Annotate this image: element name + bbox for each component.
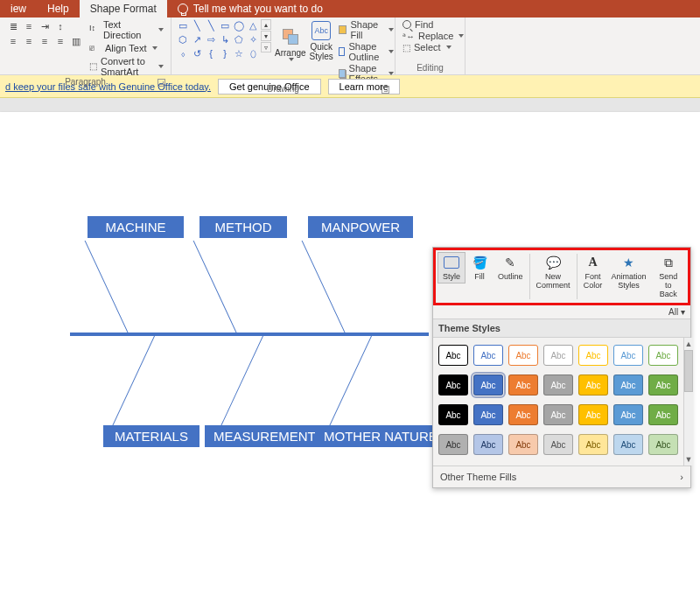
theme-style-swatch[interactable]: Abc [648,374,678,396]
fill-icon: 🪣 [470,255,489,270]
linespacing-button[interactable]: ↕ [52,19,68,33]
theme-style-swatch[interactable]: Abc [438,404,468,425]
theme-style-swatch[interactable]: Abc [438,374,468,396]
text-direction-button[interactable]: Text Direction [88,19,165,40]
theme-style-swatch[interactable]: Abc [473,374,503,396]
fishbone-branch[interactable] [193,241,237,333]
theme-style-swatch[interactable]: Abc [578,374,608,396]
theme-style-swatch[interactable]: Abc [438,345,468,366]
tab-view[interactable]: iew [0,0,37,18]
fishbone-spine[interactable] [70,332,429,336]
fishbone-branch[interactable] [85,241,129,333]
style-tool[interactable]: Style [438,252,466,284]
align-center-button[interactable]: ≡ [21,34,37,48]
gallery-scrollbar[interactable]: ▲ ▼ [683,338,693,466]
format-panel: Style 🪣Fill ✎Outline 💬New Comment AFont … [432,247,691,488]
animation-icon: ★ [620,255,639,270]
group-label-drawing: Drawing [177,84,389,95]
chevron-down-icon [152,46,158,50]
animation-styles-tool[interactable]: ★Animation Styles [607,252,651,292]
shapes-gallery-nav[interactable]: ▴▾▿ [261,19,271,60]
fish-label-method[interactable]: METHOD [200,216,287,238]
tell-me-label: Tell me what you want to do [193,3,323,15]
send-back-icon: ⧉ [659,255,678,270]
fishbone-branch[interactable] [220,336,263,429]
align-left-button[interactable]: ≡ [5,34,21,48]
theme-style-swatch[interactable]: Abc [438,434,468,455]
fishbone-branch[interactable] [111,336,155,429]
fish-label-materials[interactable]: MATERIALS [103,425,200,447]
shapes-gallery[interactable]: ▭╲╲▭◯△ ⬡↗⇨↳⬠✧ ⬨↺{}☆⬯ [177,19,259,60]
indent-button[interactable]: ⇥ [37,19,52,33]
theme-style-swatch[interactable]: Abc [578,345,608,366]
tab-help[interactable]: Help [37,0,80,18]
scroll-thumb[interactable] [684,350,693,392]
fish-label-manpower[interactable]: MANPOWER [308,216,413,238]
theme-style-swatch[interactable]: Abc [543,345,573,366]
theme-style-swatch[interactable]: Abc [543,374,573,396]
theme-style-swatch[interactable]: Abc [473,404,503,425]
select-button[interactable]: ⬚Select [401,42,466,52]
replace-button[interactable]: ᵃ↔Replace [401,31,466,41]
bullets-button[interactable]: ≣ [5,19,21,33]
fishbone-branch[interactable] [328,336,372,429]
chevron-down-icon [158,28,164,32]
find-button[interactable]: Find [401,19,466,30]
quick-styles-button[interactable]: Abc Quick Styles [310,19,333,61]
theme-style-swatch[interactable]: Abc [613,434,643,455]
theme-style-swatch[interactable]: Abc [543,434,573,455]
theme-style-swatch[interactable]: Abc [578,404,608,425]
group-editing: Find ᵃ↔Replace ⬚Select Editing [396,18,466,74]
outline-tool[interactable]: ✎Outline [494,252,528,284]
scroll-up-icon[interactable]: ▲ [684,340,693,348]
theme-style-swatch[interactable]: Abc [613,374,643,396]
fish-label-mother-nature[interactable]: MOTHER NATURE [315,425,446,447]
new-comment-tool[interactable]: 💬New Comment [532,252,575,292]
shape-fill-button[interactable]: Shape Fill [337,19,396,40]
theme-style-swatch[interactable]: Abc [508,374,538,396]
fish-label-measurements[interactable]: MEASUREMENTS [205,425,333,447]
theme-style-swatch[interactable]: Abc [508,404,538,425]
slide-canvas[interactable]: MACHINE METHOD MANPOWER MATERIALS MEASUR… [0,98,700,602]
align-right-button[interactable]: ≡ [37,34,52,48]
fish-label-machine[interactable]: MACHINE [88,216,184,238]
theme-style-swatch[interactable]: Abc [648,345,678,366]
tab-shape-format[interactable]: Shape Format [80,0,167,18]
theme-style-swatch[interactable]: Abc [473,345,503,366]
arrange-button[interactable]: Arrange [275,19,306,61]
shape-fill-icon [339,25,347,34]
shape-outline-button[interactable]: Shape Outline [337,41,396,62]
scroll-down-icon[interactable]: ▼ [684,455,693,464]
theme-style-swatch[interactable]: Abc [473,434,503,455]
tell-me[interactable]: Tell me what you want to do [178,0,323,18]
dialog-launcher-icon[interactable] [158,79,165,87]
align-text-icon [89,42,102,54]
dialog-launcher-icon[interactable] [382,86,389,94]
columns-button[interactable]: ▥ [68,34,84,48]
fill-tool[interactable]: 🪣Fill [466,252,494,284]
theme-style-gallery: AbcAbcAbcAbcAbcAbcAbcAbcAbcAbcAbcAbcAbcA… [433,338,683,466]
select-icon: ⬚ [402,43,410,52]
theme-style-swatch[interactable]: Abc [648,404,678,425]
theme-style-swatch[interactable]: Abc [508,434,538,455]
justify-button[interactable]: ≡ [52,34,68,48]
numbering-button[interactable]: ≡ [21,19,37,33]
smartart-icon [89,60,97,73]
theme-style-swatch[interactable]: Abc [648,434,678,455]
separator [577,254,578,299]
theme-style-swatch[interactable]: Abc [613,345,643,366]
theme-style-swatch[interactable]: Abc [578,434,608,455]
all-styles-button[interactable]: All ▾ [433,305,690,318]
theme-style-swatch[interactable]: Abc [613,404,643,425]
convert-smartart-button[interactable]: Convert to SmartArt [88,56,165,77]
font-color-tool[interactable]: AFont Color [579,252,607,292]
align-text-button[interactable]: Align Text [88,42,165,54]
highlight-box: Style 🪣Fill ✎Outline 💬New Comment AFont … [433,248,690,305]
theme-style-swatch[interactable]: Abc [543,404,573,425]
theme-style-swatch[interactable]: Abc [508,345,538,366]
group-paragraph: ≣ ≡ ⇥ ↕ ≡ ≡ ≡ ≡ ▥ Text Direction Align T… [0,18,172,74]
other-theme-fills-button[interactable]: Other Theme Fills› [433,466,690,487]
fishbone-branch[interactable] [302,241,346,333]
group-drawing: ▭╲╲▭◯△ ⬡↗⇨↳⬠✧ ⬨↺{}☆⬯ ▴▾▿ Arrange Abc Qui… [172,18,396,74]
send-to-back-tool[interactable]: ⧉Send to Back [651,252,686,301]
